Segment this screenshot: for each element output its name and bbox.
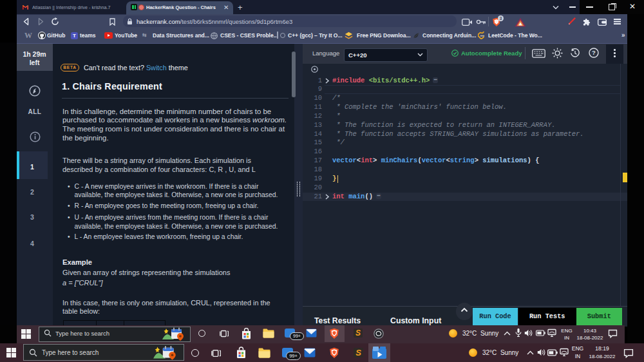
svg-text:?: ? [592,49,596,56]
